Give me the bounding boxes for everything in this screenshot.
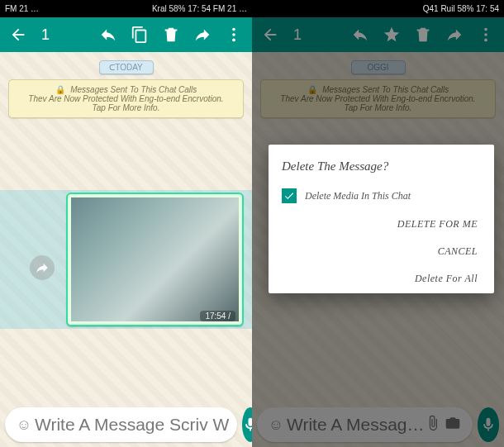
banner-line3: Tap For More Info.: [93, 103, 160, 112]
message-input-text: Write A Message Scriv W: [35, 415, 229, 435]
delete-icon[interactable]: [156, 20, 186, 50]
delete-for-all-button[interactable]: Delete For All: [415, 273, 478, 285]
selection-toolbar: 1: [0, 17, 252, 52]
checkbox-label: Delete Media In This Chat: [305, 190, 411, 202]
chat-area: ᑕTODAY 🔒 Messages Sent To This Chat Call…: [0, 52, 252, 447]
message-time: 17:54 /: [200, 311, 235, 321]
banner-line2: Thev Are Now Protected With Eng-to-end E…: [28, 94, 223, 103]
date-pill: ᑕTODAY: [99, 60, 154, 74]
screenshot-right: Q41 Ruil 58% 17: 54 1 OGGI 🔒 Messages Se…: [252, 0, 504, 447]
reply-icon[interactable]: [93, 20, 123, 50]
delete-dialog: Delete The Message? Delete Media In This…: [269, 145, 494, 293]
status-right-text: Q41 Ruil 58% 17: 54: [423, 4, 499, 13]
status-left-text: FM 21 …: [5, 4, 39, 13]
overflow-menu-icon[interactable]: [219, 20, 249, 50]
checkbox-checked-icon[interactable]: [282, 188, 297, 203]
forward-icon[interactable]: [188, 20, 217, 50]
delete-media-checkbox-row[interactable]: Delete Media In This Chat: [282, 188, 481, 203]
delete-for-me-button[interactable]: DELETE FOR ME: [397, 218, 478, 231]
banner-line1: Messages Sent To This Chat Calls: [70, 85, 197, 94]
encryption-banner[interactable]: 🔒 Messages Sent To This Chat Calls Thev …: [8, 79, 244, 118]
selection-count: 1: [35, 26, 56, 44]
dialog-title: Delete The Message?: [282, 159, 481, 174]
input-bar: ☺ Write A Message Scriv W: [5, 407, 247, 442]
screenshot-left: FM 21 … Kral 58% 17: 54 FM 21 … 1 ᑕTODAY: [0, 0, 252, 447]
back-icon[interactable]: [3, 20, 33, 50]
svg-point-2: [232, 39, 235, 42]
svg-point-1: [232, 33, 235, 36]
copy-icon[interactable]: [125, 20, 155, 50]
cancel-button[interactable]: CANCEL: [438, 245, 478, 258]
message-bubble-image[interactable]: 17:54 /: [66, 193, 244, 326]
status-bar: FM 21 … Kral 58% 17: 54 FM 21 …: [0, 0, 252, 17]
image-thumbnail: [71, 197, 239, 321]
lock-icon: 🔒: [55, 85, 65, 94]
emoji-icon[interactable]: ☺: [13, 416, 35, 434]
status-right-text: Kral 58% 17: 54 FM 21 …: [152, 4, 247, 13]
status-bar: Q41 Ruil 58% 17: 54: [252, 0, 504, 17]
message-input[interactable]: ☺ Write A Message Scriv W: [5, 407, 237, 442]
quick-forward-button[interactable]: [30, 255, 55, 280]
svg-point-0: [232, 28, 235, 31]
